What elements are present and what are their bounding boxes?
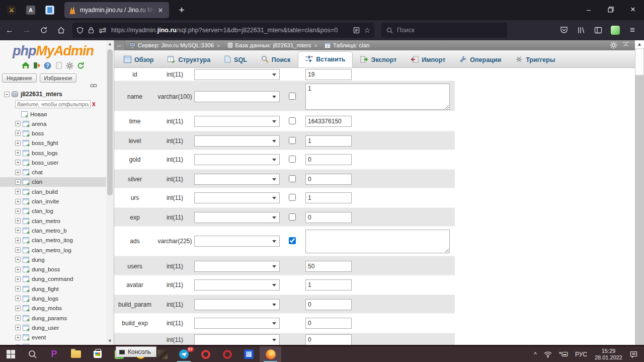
sidebar-table-dung_user[interactable]: +dung_user: [0, 323, 106, 332]
collapse-top-icon[interactable]: [622, 42, 629, 49]
sidebar-table-clan[interactable]: +clan: [0, 177, 106, 187]
notifications-icon[interactable]: [626, 346, 641, 362]
null-checkbox[interactable]: [289, 93, 296, 100]
wifi-icon[interactable]: [540, 346, 555, 362]
function-select[interactable]: [194, 135, 280, 147]
lock-icon[interactable]: [88, 27, 94, 34]
expand-icon[interactable]: +: [15, 315, 21, 321]
sidebar-table-clan_metro_itog[interactable]: +clan_metro_itog: [0, 236, 106, 245]
scrollbar-thumb[interactable]: [107, 49, 113, 195]
shield-icon[interactable]: [76, 27, 84, 34]
sidebar-table-clan_build[interactable]: +clan_build: [0, 187, 106, 196]
help-icon[interactable]: ?: [44, 61, 52, 69]
tab-экспорт[interactable]: Экспорт: [354, 52, 404, 67]
taskbar-picsart-button[interactable]: P: [43, 346, 65, 362]
filter-clear-icon[interactable]: X: [92, 102, 96, 107]
pinned-tab[interactable]: ⚔: [4, 3, 19, 18]
input-indicator-icon[interactable]: [555, 346, 572, 362]
value-input[interactable]: [305, 212, 352, 223]
sidebar-new-table[interactable]: Новая: [0, 109, 106, 119]
expand-icon[interactable]: +: [15, 170, 21, 175]
sidebar-table-dung[interactable]: +dung: [0, 255, 106, 264]
taskbar-firefox-button[interactable]: [260, 346, 281, 362]
sidebar-table-dung_params[interactable]: +dung_params: [0, 313, 106, 323]
function-select[interactable]: [194, 318, 280, 329]
value-input[interactable]: [305, 69, 352, 80]
null-checkbox[interactable]: [289, 213, 296, 221]
expand-icon[interactable]: +: [15, 199, 21, 204]
active-browser-tab[interactable]: myadmin.jino.ru / Jino.ru MySQ ✕: [64, 2, 169, 18]
value-input[interactable]: [305, 116, 352, 127]
taskbar-opera-button[interactable]: [195, 346, 216, 362]
sidebar-table-clan_log[interactable]: +clan_log: [0, 206, 106, 216]
expand-icon[interactable]: +: [15, 238, 21, 243]
taskbar-search-button[interactable]: [22, 346, 43, 362]
function-select[interactable]: [194, 279, 280, 291]
tab-обзор[interactable]: Обзор: [117, 52, 160, 67]
sidebar-table-arena[interactable]: +arena: [0, 119, 106, 128]
tab-поиск[interactable]: Поиск: [255, 52, 297, 67]
sidebar-table-boss_logs[interactable]: +boss_logs: [0, 148, 106, 158]
value-input[interactable]: [305, 318, 352, 329]
function-select[interactable]: [194, 212, 280, 223]
breadcrumb-database[interactable]: База данных: j822631_mters: [235, 42, 311, 48]
sidebar-database[interactable]: − j822631_mters: [4, 90, 106, 99]
docs-icon[interactable]: [55, 61, 63, 69]
expand-icon[interactable]: +: [15, 189, 21, 194]
expand-icon[interactable]: +: [15, 267, 21, 272]
tab-триггеры[interactable]: Триггеры: [509, 52, 561, 67]
tab-вставить[interactable]: Вставить: [298, 51, 352, 67]
taskbar-start-button[interactable]: [0, 346, 22, 362]
value-input[interactable]: [305, 135, 352, 147]
expand-icon[interactable]: +: [15, 179, 21, 185]
sidebar-table-clan_metro[interactable]: +clan_metro: [0, 216, 106, 226]
value-input[interactable]: [305, 334, 352, 345]
function-select[interactable]: [194, 174, 280, 185]
sidebar-table-dung_boss[interactable]: +dung_boss: [0, 264, 106, 274]
taskbar-opera-gx-button[interactable]: [216, 346, 238, 362]
tab-структура[interactable]: Структура: [161, 52, 217, 67]
sidebar-table-boss[interactable]: +boss: [0, 128, 106, 138]
sidebar-table-dung_fight[interactable]: +dung_fight: [0, 284, 106, 294]
permissions-toggle-icon[interactable]: [99, 27, 107, 33]
window-close-button[interactable]: ×: [622, 0, 644, 19]
expand-icon[interactable]: +: [15, 286, 21, 292]
expand-icon[interactable]: +: [15, 218, 21, 224]
sidebar-table-event[interactable]: +event: [0, 333, 106, 342]
sidebar-scrollbar[interactable]: ▲ ▼: [106, 40, 114, 345]
value-input[interactable]: [305, 154, 352, 165]
function-select[interactable]: [194, 154, 280, 165]
forward-button[interactable]: →: [19, 23, 34, 37]
value-textarea[interactable]: [305, 84, 450, 110]
expand-icon[interactable]: +: [15, 257, 21, 262]
refresh-icon[interactable]: [77, 61, 85, 69]
scroll-up-icon[interactable]: ▲: [106, 40, 114, 48]
scroll-up-icon[interactable]: ▲: [635, 40, 644, 48]
expand-icon[interactable]: +: [15, 130, 21, 136]
expand-icon[interactable]: +: [15, 228, 21, 233]
clock[interactable]: 15:29 28.01.2022: [591, 348, 626, 361]
bookmark-star-icon[interactable]: ☆: [364, 26, 370, 34]
window-maximize-button[interactable]: [600, 0, 622, 19]
back-button[interactable]: ←: [2, 23, 17, 37]
expand-icon[interactable]: +: [15, 150, 21, 156]
home-icon[interactable]: [22, 61, 30, 69]
value-input[interactable]: [305, 261, 352, 272]
sidebar-table-chat[interactable]: +chat: [0, 167, 106, 177]
expand-icon[interactable]: +: [15, 296, 21, 301]
null-checkbox[interactable]: [289, 137, 296, 144]
value-textarea[interactable]: [305, 230, 450, 253]
null-checkbox[interactable]: [289, 237, 296, 244]
language-indicator[interactable]: РУС: [572, 346, 591, 362]
value-input[interactable]: [305, 299, 352, 310]
scrollbar-thumb[interactable]: [635, 49, 643, 75]
taskbar-telegram-button[interactable]: 97: [173, 346, 195, 362]
logout-icon[interactable]: [33, 61, 41, 69]
expand-icon[interactable]: +: [15, 140, 21, 146]
taskbar-blue-app-button[interactable]: [238, 346, 260, 362]
sidebar-table-dung_logs[interactable]: +dung_logs: [0, 294, 106, 303]
sidebar-table-boss_fight[interactable]: +boss_fight: [0, 138, 106, 148]
expand-icon[interactable]: +: [15, 325, 21, 330]
console-button[interactable]: Консоль: [116, 346, 156, 357]
sidebars-icon[interactable]: [591, 23, 606, 37]
